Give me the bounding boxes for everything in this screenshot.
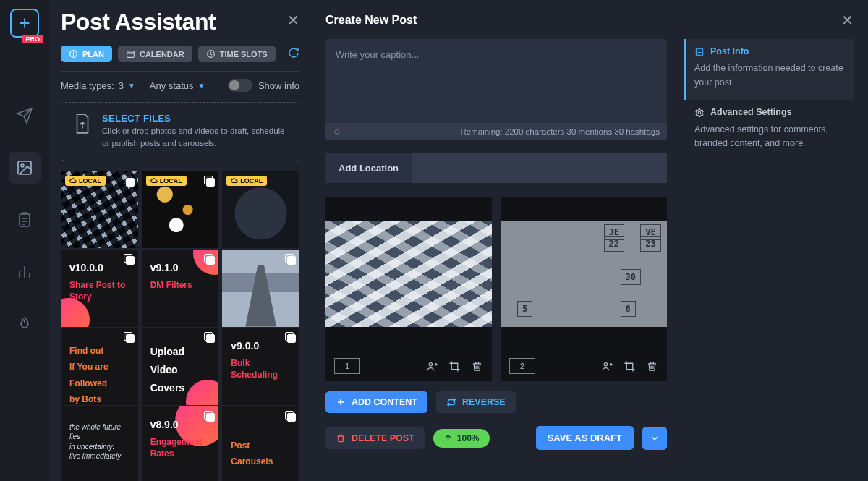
dropzone-title: SELECT FILES (102, 113, 287, 124)
media-thumb[interactable] (222, 250, 299, 327)
nav-analytics-icon[interactable] (9, 256, 41, 288)
content-preview[interactable] (326, 221, 492, 327)
caption-counter: Remaining: 2200 characters 30 mentions 3… (460, 127, 660, 136)
svg-point-9 (698, 111, 701, 114)
status-filter[interactable]: Any status ▼ (150, 80, 205, 91)
media-types-filter[interactable]: Media types: 3 ▼ (61, 80, 135, 91)
save-options-dropdown[interactable] (642, 427, 667, 450)
trash-icon[interactable] (471, 360, 483, 373)
page-title: Post Assistant (61, 9, 216, 35)
content-order-input[interactable]: 2 (509, 358, 535, 374)
tab-timeslots[interactable]: TIME SLOTS (198, 46, 276, 62)
carousel-icon (124, 176, 134, 186)
media-thumb[interactable]: v9.0.0Bulk Scheduling (222, 328, 299, 405)
media-thumb[interactable]: LOCAL (61, 171, 138, 249)
content-preview[interactable]: JE 22 VE 23 30 5 6 (501, 221, 667, 327)
close-panel-icon[interactable]: ✕ (841, 12, 854, 29)
media-thumb[interactable]: v8.9.0Engagement Rates (142, 406, 219, 481)
carousel-icon (204, 176, 214, 186)
info-advanced-settings[interactable]: Advanced Settings Advanced settings for … (684, 100, 854, 161)
carousel-icon (204, 332, 214, 342)
carousel-icon (285, 332, 295, 342)
delete-post-button[interactable]: DELETE POST (326, 427, 425, 449)
media-thumb[interactable]: LOCAL (222, 171, 299, 249)
add-location-button[interactable]: Add Location (326, 153, 412, 183)
crop-icon[interactable] (624, 360, 636, 373)
content-card: JE 22 VE 23 30 5 6 2 (501, 197, 667, 381)
carousel-icon (124, 254, 134, 264)
carousel-icon (204, 411, 214, 421)
media-thumb[interactable]: LOCAL (142, 171, 219, 249)
add-content-button[interactable]: ADD CONTENT (326, 391, 427, 413)
show-info-toggle[interactable] (228, 79, 252, 92)
local-badge: LOCAL (146, 176, 187, 186)
info-description: Add the information needed to create you… (694, 61, 845, 90)
media-thumb[interactable]: v10.0.0Share Post to Story (61, 250, 138, 327)
svg-point-1 (21, 164, 24, 167)
nav-flame-icon[interactable] (9, 308, 41, 340)
media-thumb[interactable]: PostCarousels (222, 406, 299, 481)
info-sidebar: Post Info Add the information needed to … (684, 39, 854, 481)
carousel-icon (285, 254, 295, 264)
file-dropzone[interactable]: SELECT FILES Click or drop photos and vi… (61, 102, 299, 161)
panel-title: Create New Post (326, 14, 417, 27)
nav-rail: PRO (0, 0, 49, 481)
media-thumb[interactable]: UploadVideoCovers (142, 328, 219, 405)
local-badge: LOCAL (226, 176, 267, 186)
create-post-panel: Create New Post ✕ Write your caption... … (311, 0, 868, 481)
upload-icon (73, 113, 92, 137)
dropzone-subtitle: Click or drop photos and videos to draft… (102, 125, 287, 150)
close-assistant-icon[interactable]: ✕ (287, 12, 299, 29)
tag-people-icon[interactable] (601, 360, 613, 373)
content-order-input[interactable]: 1 (334, 358, 360, 374)
nav-send-icon[interactable] (9, 100, 41, 132)
carousel-icon (124, 332, 134, 342)
media-thumb[interactable]: Find outIf You areFollowedby Bots (61, 328, 138, 405)
refresh-icon[interactable] (288, 47, 299, 61)
trash-icon[interactable] (646, 360, 658, 373)
nav-clipboard-icon[interactable] (9, 204, 41, 236)
crop-icon[interactable] (448, 360, 461, 373)
carousel-icon (285, 411, 295, 421)
tag-people-icon[interactable] (426, 360, 438, 373)
content-card: 1 (326, 197, 492, 381)
local-badge: LOCAL (65, 176, 106, 186)
tab-plan[interactable]: PLAN (61, 46, 112, 62)
upload-progress[interactable]: 100% (433, 429, 490, 448)
assistant-panel: Post Assistant ✕ PLAN CALENDAR TIME SLOT… (49, 0, 311, 481)
info-description: Advanced settings for comments, branded … (694, 123, 845, 151)
show-info-label: Show info (258, 80, 299, 91)
svg-point-7 (604, 362, 607, 365)
nav-gallery-icon[interactable] (9, 152, 41, 184)
tab-calendar[interactable]: CALENDAR (118, 46, 192, 62)
info-post-info[interactable]: Post Info Add the information needed to … (684, 39, 854, 100)
save-draft-button[interactable]: SAVE AS DRAFT (536, 426, 634, 450)
media-thumb[interactable]: v9.1.0DM Filters (142, 250, 219, 327)
location-field[interactable] (412, 153, 667, 183)
svg-point-6 (429, 362, 432, 365)
svg-rect-4 (127, 51, 135, 58)
media-grid: LOCAL LOCAL LOCAL v10.0.0Share Post to S… (61, 171, 299, 482)
emoji-picker-icon[interactable]: ☺ (333, 127, 341, 136)
reverse-button[interactable]: REVERSE (436, 391, 516, 413)
caption-input[interactable]: Write your caption... (326, 39, 667, 123)
pro-badge: PRO (22, 35, 43, 43)
app-logo[interactable]: PRO (10, 9, 39, 38)
media-thumb[interactable]: the whole future liesin uncertainty:live… (61, 406, 138, 481)
carousel-icon (204, 254, 214, 264)
